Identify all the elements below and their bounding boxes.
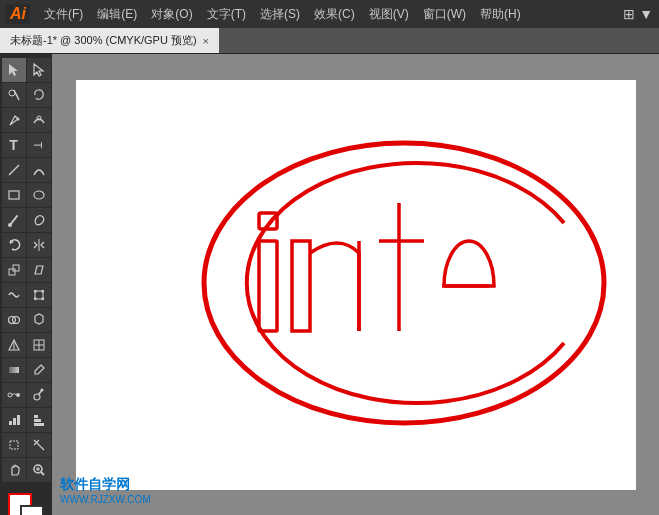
direct-selection-tool[interactable] — [27, 58, 51, 82]
canvas-document — [76, 80, 636, 490]
shear-tool[interactable] — [27, 258, 51, 282]
pen-tool[interactable] — [2, 108, 26, 132]
svg-line-39 — [41, 472, 44, 475]
svg-rect-16 — [41, 290, 44, 293]
tab-bar: 未标题-1* @ 300% (CMYK/GPU 预览) × — [0, 28, 659, 54]
blend-tool[interactable] — [2, 383, 26, 407]
hand-tool[interactable] — [2, 458, 26, 482]
svg-point-42 — [204, 143, 604, 423]
active-tab[interactable]: 未标题-1* @ 300% (CMYK/GPU 预览) × — [0, 28, 219, 53]
svg-point-8 — [34, 191, 44, 199]
ellipse-tool[interactable] — [27, 183, 51, 207]
svg-rect-34 — [34, 415, 38, 418]
intel-logo-svg — [184, 123, 614, 443]
menu-file[interactable]: 文件(F) — [38, 4, 89, 25]
watermark-text: 软件自学网 — [60, 476, 151, 494]
svg-rect-12 — [9, 269, 15, 275]
svg-line-6 — [9, 165, 19, 175]
curvature-tool[interactable] — [27, 108, 51, 132]
svg-rect-33 — [17, 415, 20, 425]
menu-edit[interactable]: 编辑(E) — [91, 4, 143, 25]
menu-select[interactable]: 选择(S) — [254, 4, 306, 25]
arc-tool[interactable] — [27, 158, 51, 182]
watermark-container: 软件自学网 WWW.RJZXW.COM — [60, 476, 151, 505]
reflect-tool[interactable] — [27, 233, 51, 257]
svg-rect-45 — [292, 241, 310, 331]
menu-bar: 文件(F) 编辑(E) 对象(O) 文字(T) 选择(S) 效果(C) 视图(V… — [38, 4, 623, 25]
line-segment-tool[interactable] — [2, 158, 26, 182]
fill-stroke-indicator[interactable] — [8, 493, 44, 515]
svg-point-9 — [8, 223, 12, 227]
svg-rect-17 — [34, 298, 37, 301]
symbol-sprayer-tool[interactable] — [27, 383, 51, 407]
menu-type[interactable]: 文字(T) — [201, 4, 252, 25]
shape-builder-tool[interactable] — [2, 308, 26, 332]
grid-icon[interactable]: ⊞ ▼ — [623, 6, 653, 22]
svg-rect-35 — [34, 419, 41, 422]
rotate-tool[interactable] — [2, 233, 26, 257]
svg-rect-44 — [259, 241, 277, 331]
menu-window[interactable]: 窗口(W) — [417, 4, 472, 25]
main-layout: T T — [0, 54, 659, 515]
warp-tool[interactable] — [2, 283, 26, 307]
svg-rect-18 — [41, 298, 44, 301]
watermark-url: WWW.RJZXW.COM — [60, 494, 151, 505]
column-graph-tool[interactable] — [2, 408, 26, 432]
svg-marker-0 — [9, 64, 18, 76]
vertical-type-tool[interactable]: T — [27, 133, 51, 157]
menu-object[interactable]: 对象(O) — [145, 4, 198, 25]
zoom-tool[interactable] — [27, 458, 51, 482]
selection-tool[interactable] — [2, 58, 26, 82]
svg-point-4 — [16, 118, 19, 121]
eyedropper-tool[interactable] — [27, 358, 51, 382]
menu-effect[interactable]: 效果(C) — [308, 4, 361, 25]
blob-brush-tool[interactable] — [27, 208, 51, 232]
magic-wand-tool[interactable] — [2, 83, 26, 107]
artboard-tool[interactable] — [2, 433, 26, 457]
svg-point-3 — [9, 90, 15, 96]
menu-view[interactable]: 视图(V) — [363, 4, 415, 25]
lasso-tool[interactable] — [27, 83, 51, 107]
svg-rect-37 — [10, 441, 18, 449]
free-transform-tool[interactable] — [27, 283, 51, 307]
perspective-grid-tool[interactable] — [2, 333, 26, 357]
intel-logo — [184, 123, 614, 447]
svg-point-29 — [34, 394, 40, 400]
gradient-tool[interactable] — [2, 358, 26, 382]
svg-rect-13 — [13, 265, 19, 271]
tab-close-button[interactable]: × — [203, 35, 209, 47]
live-paint-bucket-tool[interactable] — [27, 308, 51, 332]
svg-point-28 — [16, 393, 20, 397]
svg-rect-36 — [34, 423, 44, 426]
color-section — [0, 489, 52, 515]
svg-rect-31 — [9, 421, 12, 425]
canvas-area: 软件自学网 WWW.RJZXW.COM — [52, 54, 659, 515]
paintbrush-tool[interactable] — [2, 208, 26, 232]
stroke-box[interactable] — [20, 505, 44, 515]
svg-marker-1 — [34, 64, 43, 76]
rectangle-tool[interactable] — [2, 183, 26, 207]
app-logo: Ai — [6, 4, 30, 24]
svg-point-30 — [40, 389, 43, 392]
scale-tool[interactable] — [2, 258, 26, 282]
svg-rect-15 — [34, 290, 37, 293]
svg-rect-7 — [9, 191, 19, 199]
type-tool[interactable]: T — [2, 133, 26, 157]
svg-rect-32 — [13, 418, 16, 425]
slice-tool[interactable] — [27, 433, 51, 457]
svg-rect-26 — [9, 367, 19, 373]
mesh-tool[interactable] — [27, 333, 51, 357]
bar-graph-tool[interactable] — [27, 408, 51, 432]
title-bar: Ai 文件(F) 编辑(E) 对象(O) 文字(T) 选择(S) 效果(C) 视… — [0, 0, 659, 28]
left-toolbar: T T — [0, 54, 52, 515]
tab-label: 未标题-1* @ 300% (CMYK/GPU 预览) — [10, 33, 197, 48]
menu-help[interactable]: 帮助(H) — [474, 4, 527, 25]
svg-point-27 — [8, 393, 12, 397]
